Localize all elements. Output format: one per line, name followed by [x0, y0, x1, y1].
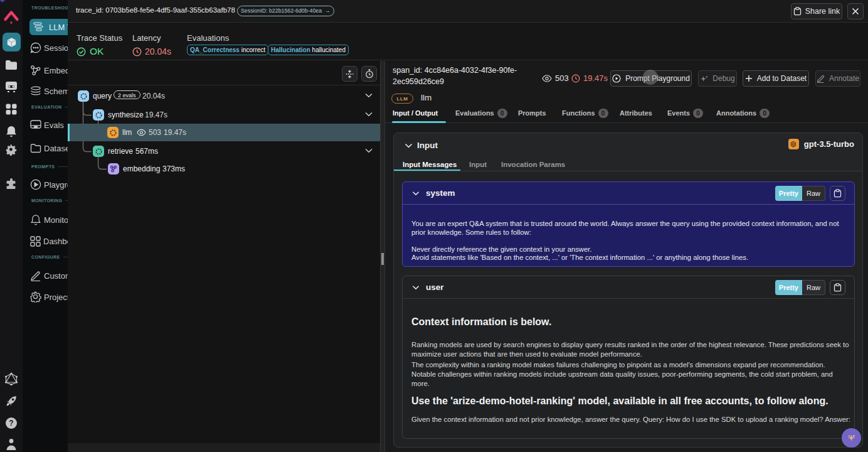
svg-text:?: ?: [9, 419, 13, 428]
